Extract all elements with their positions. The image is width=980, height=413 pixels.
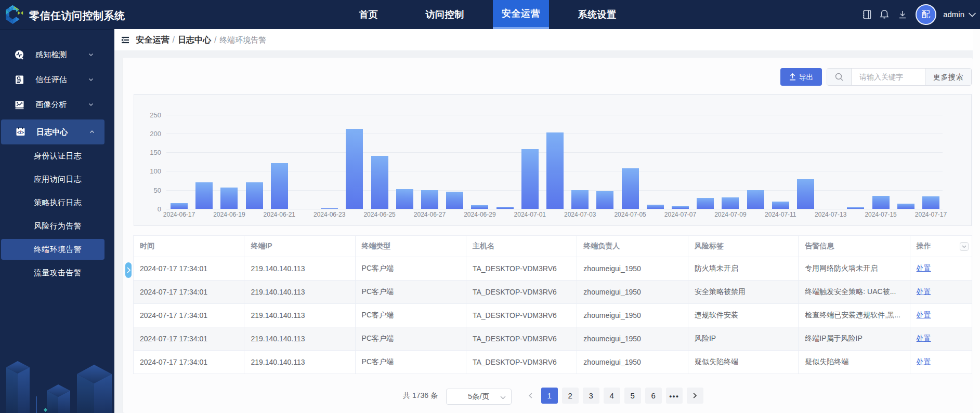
svg-text:</>: </>	[17, 130, 24, 135]
